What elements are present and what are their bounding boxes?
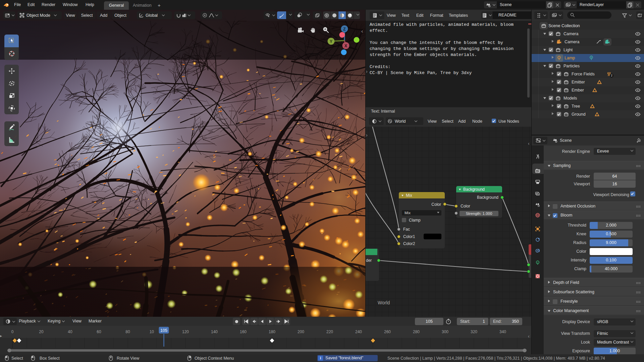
- svg-text:40: 40: [68, 329, 72, 334]
- svg-text:140: 140: [211, 329, 218, 334]
- svg-text:160: 160: [240, 329, 247, 334]
- svg-text:120: 120: [182, 329, 189, 334]
- svg-text:Y: Y: [330, 39, 332, 44]
- svg-text:Color: Color: [431, 202, 441, 207]
- svg-text:World: World: [378, 300, 390, 305]
- svg-text:340: 340: [499, 329, 506, 334]
- svg-text:20: 20: [39, 329, 44, 334]
- svg-text:300: 300: [442, 329, 448, 334]
- svg-text:Mix: Mix: [405, 211, 411, 215]
- svg-text:180: 180: [269, 329, 275, 334]
- svg-text:Background: Background: [463, 187, 485, 192]
- svg-text:Color2: Color2: [403, 241, 415, 246]
- svg-text:10: 10: [150, 329, 154, 334]
- svg-text:105: 105: [160, 328, 167, 333]
- svg-text:200: 200: [298, 329, 304, 334]
- svg-text:240: 240: [355, 329, 362, 334]
- svg-text:320: 320: [471, 329, 477, 334]
- svg-text:80: 80: [125, 329, 130, 334]
- svg-text:280: 280: [413, 329, 420, 334]
- svg-text:260: 260: [384, 329, 391, 334]
- svg-text:Strength: 1.000: Strength: 1.000: [466, 212, 492, 216]
- svg-text:Clamp: Clamp: [409, 218, 421, 223]
- svg-text:X: X: [344, 44, 347, 48]
- svg-text:Color1: Color1: [403, 234, 415, 239]
- svg-text:Mix: Mix: [406, 193, 412, 198]
- svg-text:220: 220: [326, 329, 333, 334]
- svg-text:60: 60: [97, 329, 101, 334]
- svg-text:Z: Z: [343, 27, 345, 32]
- svg-text:Color: Color: [461, 204, 470, 208]
- svg-text:Background: Background: [477, 195, 498, 200]
- svg-text:der: der: [366, 258, 372, 263]
- svg-text:0: 0: [11, 329, 14, 334]
- svg-text:Fac: Fac: [403, 227, 410, 232]
